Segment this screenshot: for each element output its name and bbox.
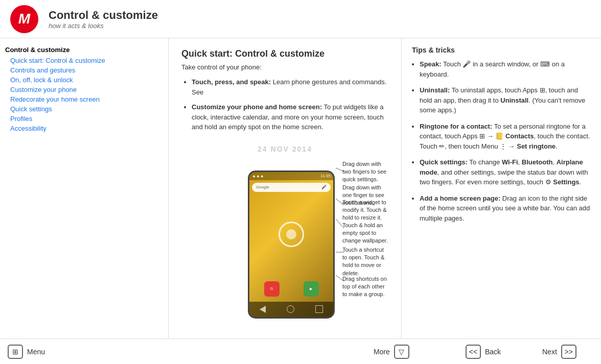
sidebar: Control & customize Quick start: Control… [0,38,169,338]
callout-2: Touch a widget to modify it. Touch & hol… [342,199,388,222]
tip-3: Ringtone for a contact: To set a persona… [420,122,591,152]
tip-2: Uninstall: To uninstall apps, touch Apps… [420,85,591,115]
sidebar-item-quick-start[interactable]: Quick start: Control & customize [5,56,163,65]
sidebar-item-customize-phone[interactable]: Customize your phone [5,85,163,94]
more-icon: ▽ [394,345,409,359]
tip-2-bold: Uninstall: [420,86,450,94]
phone-area: 24 NOV 2014 ▲▲▲ 11:35 Google 🎤 [181,140,388,303]
back-button[interactable]: << Back [466,345,517,359]
tip-3-bold: Ringtone for a contact: [420,123,492,130]
header: M Control & customize how it acts & look… [0,0,601,38]
bullet-2-bold: Customize your phone and home screen: [192,103,322,111]
content-subtitle: Take control of your phone: [181,63,388,71]
logo-letter: M [18,11,30,27]
back-label: Back [485,348,501,356]
phone-container: ▲▲▲ 11:35 Google 🎤 G ▶ [248,171,335,319]
app-icon-play: ▶ [304,281,319,297]
bullet-1-bold: Touch, press, and speak: [192,78,271,86]
phone-screen: ▲▲▲ 11:35 Google 🎤 G ▶ [249,172,333,317]
tips-list: Speak: Touch 🎤 in a search window, or ⌨ … [412,59,591,223]
tip-1-text: Touch 🎤 in a search window, or ⌨ on a ke… [420,60,565,78]
callout-4-text: Touch a shortcut to open. Touch & hold t… [342,247,384,276]
content-title: Quick start: Control & customize [181,48,388,59]
sidebar-item-accessibility[interactable]: Accessibility [5,124,163,133]
page-subtitle: how it acts & looks [49,22,158,30]
main-content: Quick start: Control & customize Take co… [169,38,402,338]
sidebar-item-profiles[interactable]: Profiles [5,114,163,124]
menu-icon: ⊞ [8,345,23,359]
callout-2-text: Touch a widget to modify it. Touch & hol… [342,199,387,221]
status-icons: ▲▲▲ [252,174,264,178]
phone-nav-bar [249,302,333,317]
back-icon: << [466,345,481,359]
more-label: More [374,348,390,356]
motorola-logo: M [10,5,38,33]
next-icon: >> [561,345,576,359]
tip-4-bold: Quick settings: [420,158,468,166]
sidebar-item-redecorate[interactable]: Redecorate your home screen [5,94,163,104]
content-bullets: Touch, press, and speak: Learn phone ges… [181,77,388,132]
date-watermark: 24 NOV 2014 [258,145,312,153]
callout-5-text: Drag shortcuts on top of each other to m… [342,276,387,298]
tip-5: Add a home screen page: Drag an icon to … [420,193,591,224]
callout-5: Drag shortcuts on top of each other to m… [342,275,388,299]
phone-time: 11:35 [320,174,331,178]
tip-5-bold: Add a home screen page: [420,195,500,202]
callout-4: Touch a shortcut to open. Touch & hold t… [342,246,388,278]
tip-1-bold: Speak: [420,60,442,68]
back-nav-btn [260,306,266,313]
search-text: Google [256,185,269,189]
more-button[interactable]: More ▽ [374,345,425,359]
tips-panel: Tips & tricks Speak: Touch 🎤 in a search… [402,38,601,338]
bullet-1: Touch, press, and speak: Learn phone ges… [192,77,388,97]
bullet-2: Customize your phone and home screen: To… [192,102,388,132]
phone-mock: ▲▲▲ 11:35 Google 🎤 G ▶ [248,171,335,319]
header-text: Control & customize how it acts & looks [49,9,158,30]
page-title: Control & customize [49,9,158,22]
next-label: Next [542,348,557,356]
home-nav-btn [287,305,294,313]
menu-button[interactable]: ⊞ Menu [8,345,59,359]
content-area: Quick start: Control & customize Take co… [169,38,601,338]
sidebar-section-title: Control & customize [5,46,163,54]
next-button[interactable]: Next >> [542,345,593,359]
phone-apps-row: G ▶ [252,281,331,297]
menu-label: Menu [27,348,45,356]
sidebar-item-on-off-lock[interactable]: On, off, lock & unlock [5,75,163,85]
phone-search-bar: Google 🎤 [252,183,331,192]
mic-icon: 🎤 [321,185,327,189]
bottom-bar: ⊞ Menu More ▽ << Back Next >> [0,338,601,364]
app-icon-gmail: G [264,281,280,297]
tip-4: Quick settings: To change Wi-Fi, Bluetoo… [420,157,591,187]
recents-nav-btn [315,305,323,313]
sidebar-item-quick-settings[interactable]: Quick settings [5,104,163,114]
phone-circle-icon [279,222,304,247]
callout-3-text: Touch & hold an empty spot to change wal… [342,222,388,244]
tips-title: Tips & tricks [412,46,591,54]
tip-1: Speak: Touch 🎤 in a search window, or ⌨ … [420,59,591,79]
callout-3: Touch & hold an empty spot to change wal… [342,222,388,245]
sidebar-item-controls-gestures[interactable]: Controls and gestures [5,65,163,75]
phone-status-bar: ▲▲▲ 11:35 [249,172,333,180]
main-container: Control & customize Quick start: Control… [0,38,601,338]
